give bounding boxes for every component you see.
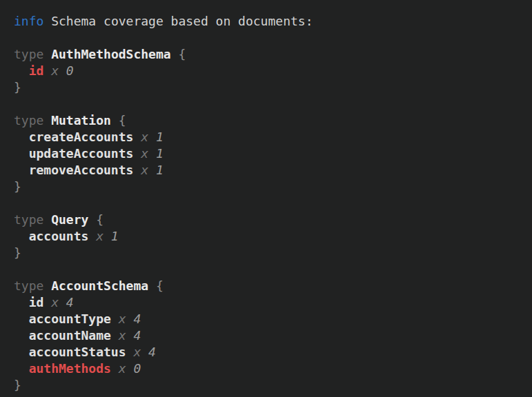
type-declaration: typeMutation{ (14, 112, 526, 129)
field-row-authmethods: authMethodsx0 (14, 360, 526, 377)
type-block-accountschema: typeAccountSchema{idx4accountTypex4accou… (14, 278, 526, 394)
field-name: id (29, 294, 44, 311)
type-name: AuthMethodSchema (51, 46, 170, 63)
usage-count: 0 (133, 360, 141, 377)
multiplier-label: x (141, 129, 148, 145)
type-keyword: type (14, 46, 43, 63)
usage-count: 1 (156, 162, 164, 179)
field-name: updateAccounts (29, 145, 134, 162)
close-brace-line: } (14, 245, 526, 261)
open-brace: { (96, 212, 104, 228)
field-name: id (29, 63, 44, 79)
close-brace-line: } (14, 377, 526, 394)
field-row-accounttype: accountTypex4 (14, 311, 526, 327)
field-row-accountstatus: accountStatusx4 (14, 344, 526, 360)
type-name: AccountSchema (51, 278, 148, 294)
type-blocks: typeAuthMethodSchema{idx0}typeMutation{c… (14, 46, 526, 394)
close-brace: } (14, 79, 21, 96)
field-row-id: idx4 (14, 294, 526, 311)
multiplier-label: x (133, 344, 141, 360)
close-brace: } (14, 245, 21, 261)
usage-count: 1 (156, 145, 164, 162)
type-keyword: type (14, 278, 43, 294)
usage-count: 0 (66, 63, 74, 79)
type-declaration: typeAuthMethodSchema{ (14, 46, 526, 63)
blank-line (14, 261, 526, 278)
type-keyword: type (14, 212, 43, 228)
field-name: createAccounts (29, 129, 134, 145)
close-brace: } (14, 179, 21, 195)
coverage-header-line: info Schema coverage based on documents: (14, 13, 526, 30)
type-keyword: type (14, 112, 43, 129)
field-name: accountStatus (29, 344, 126, 360)
field-name: accountName (29, 327, 111, 344)
open-brace: { (119, 112, 126, 129)
field-name: removeAccounts (29, 162, 134, 179)
terminal-output: info Schema coverage based on documents:… (0, 0, 532, 397)
close-brace-line: } (14, 79, 526, 96)
open-brace: { (178, 46, 186, 63)
type-declaration: typeQuery{ (14, 212, 526, 228)
close-brace-line: } (14, 179, 526, 195)
field-row-createaccounts: createAccountsx1 (14, 129, 526, 145)
field-row-updateaccounts: updateAccountsx1 (14, 145, 526, 162)
open-brace: { (156, 278, 164, 294)
multiplier-label: x (119, 311, 126, 327)
multiplier-label: x (51, 63, 59, 79)
multiplier-label: x (119, 327, 126, 344)
multiplier-label: x (119, 360, 126, 377)
multiplier-label: x (51, 294, 59, 311)
usage-count: 4 (148, 344, 156, 360)
info-tag: info (14, 13, 43, 30)
multiplier-label: x (141, 145, 148, 162)
field-name: authMethods (29, 360, 111, 377)
field-row-id: idx0 (14, 63, 526, 79)
multiplier-label: x (96, 228, 104, 245)
blank-line (14, 96, 526, 112)
type-name: Mutation (51, 112, 111, 129)
blank-line (14, 30, 526, 46)
blank-line (14, 195, 526, 212)
field-row-accounts: accountsx1 (14, 228, 526, 245)
multiplier-label: x (141, 162, 148, 179)
usage-count: 4 (133, 327, 141, 344)
coverage-header-text: Schema coverage based on documents: (51, 13, 313, 30)
usage-count: 1 (111, 228, 119, 245)
type-block-query: typeQuery{accountsx1} (14, 212, 526, 261)
usage-count: 1 (156, 129, 164, 145)
close-brace: } (14, 377, 21, 394)
field-row-accountname: accountNamex4 (14, 327, 526, 344)
type-block-authmethodschema: typeAuthMethodSchema{idx0} (14, 46, 526, 96)
type-name: Query (51, 212, 88, 228)
type-declaration: typeAccountSchema{ (14, 278, 526, 294)
field-row-removeaccounts: removeAccountsx1 (14, 162, 526, 179)
usage-count: 4 (133, 311, 141, 327)
type-block-mutation: typeMutation{createAccountsx1updateAccou… (14, 112, 526, 195)
usage-count: 4 (66, 294, 74, 311)
field-name: accounts (29, 228, 89, 245)
field-name: accountType (29, 311, 111, 327)
